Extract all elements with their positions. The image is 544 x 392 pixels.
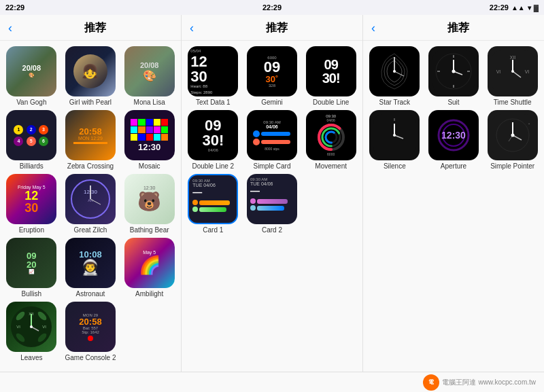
card-1-content: 09:30 AM TUE 04/06 — xyxy=(189,175,237,223)
zebra-bar xyxy=(73,142,107,144)
card-2-time-big: — xyxy=(250,186,294,196)
mosaic-time: 12:30 xyxy=(138,142,160,152)
astronaut-emoji: 👨‍🚀 xyxy=(81,259,99,277)
svg-text:XII: XII xyxy=(509,55,515,60)
mona-lisa-label: Mona Lisa xyxy=(134,99,165,106)
watch-item-girl-pearl[interactable]: 👧 Girl with Pearl xyxy=(63,46,118,106)
billiards-balls: 1 2 3 4 5 6 xyxy=(14,125,49,146)
watch-thumb-aperture: 12:30 xyxy=(428,110,479,160)
time-center: 22:29 xyxy=(262,3,282,12)
van-gogh-label: Van Gogh xyxy=(16,99,46,106)
watch-item-aperture[interactable]: 12:30 Aperture xyxy=(426,110,481,170)
simple-pointer-svg: • xyxy=(492,114,534,156)
watch-item-great-zilch[interactable]: 12:30 Art Great Zilch xyxy=(63,174,118,234)
aperture-label: Aperture xyxy=(441,162,466,170)
watch-item-mona-lisa[interactable]: 20/08 🎨 Mona Lisa xyxy=(122,46,177,106)
watch-thumb-game-console-2: MON 29 20:58 Bat: 557 Stp: 1642 xyxy=(65,302,116,352)
double-line-label: Double Line xyxy=(313,99,349,106)
double-line-time1: 09 xyxy=(324,58,338,71)
girl-pearl-emoji: 👧 xyxy=(82,63,99,79)
wf-content-star-track xyxy=(369,46,420,96)
svg-text:•: • xyxy=(528,122,530,126)
panel-3-grid: Star Track xyxy=(367,46,540,170)
watch-item-simple-card[interactable]: 09:30 AM 04/06 xyxy=(245,110,300,170)
watch-thumb-card-2: 09:30 AM TUE 04/06 — xyxy=(247,174,297,224)
time-left: 22:29 xyxy=(5,3,24,12)
back-arrow-1[interactable]: ‹ xyxy=(8,21,12,35)
watch-item-bathing-bear[interactable]: 12:30 🐻 Bathing Bear xyxy=(122,174,177,234)
back-arrow-3[interactable]: ‹ xyxy=(371,21,375,35)
watch-item-simple-pointer[interactable]: • Simple Pointer xyxy=(485,110,540,170)
watch-item-silence[interactable]: Silence xyxy=(367,110,422,170)
star-track-svg xyxy=(373,50,415,92)
text-data-1-content: 05/04 12 30 Heart: 88 Steps: 2890 Calo: … xyxy=(188,46,238,96)
watch-item-star-track[interactable]: Star Track xyxy=(367,46,422,106)
panel-1-scroll[interactable]: 20/08 🎨 Van Gogh 👧 xyxy=(0,41,181,372)
great-zilch-svg: 12:30 Art xyxy=(70,179,111,219)
wf-content-leaves: XII VI VI xyxy=(6,302,56,352)
watch-item-movement[interactable]: 09:30 04/06 6000 xyxy=(303,110,358,170)
watch-item-bullish[interactable]: 09 20 📈 Bullish xyxy=(4,238,59,298)
silence-label: Silence xyxy=(384,162,406,170)
wf-content-gemini: 6000 09 30˚ 328 xyxy=(247,46,297,96)
watch-thumb-suit xyxy=(428,46,479,96)
game-console-2-label: Game Console 2 xyxy=(65,354,116,361)
double-line-2-date: 04/06 xyxy=(208,148,218,152)
svg-text:VI: VI xyxy=(496,69,500,74)
watch-item-suit[interactable]: Suit xyxy=(426,46,481,106)
zebra-time: 20:58 xyxy=(79,127,101,136)
watch-item-leaves[interactable]: XII VI VI Leaves xyxy=(4,302,59,361)
panel-2-scroll[interactable]: 05/04 12 30 Heart: 88 Steps: 2890 Calo: … xyxy=(182,41,362,372)
movement-val: 6000 xyxy=(327,152,335,156)
simple-pointer-label: Simple Pointer xyxy=(490,162,534,170)
wf-content-bathing-bear: 12:30 🐻 xyxy=(124,174,175,224)
silence-svg xyxy=(373,114,415,156)
battery-icon: ▓ xyxy=(534,4,539,12)
wf-content-simple-pointer: • xyxy=(488,110,538,160)
watch-item-text-data-1[interactable]: 05/04 12 30 Heart: 88 Steps: 2890 Calo: … xyxy=(186,46,241,106)
wf-content-silence xyxy=(369,110,420,160)
wf-content-game-console-2: MON 29 20:58 Bat: 557 Stp: 1642 xyxy=(65,302,116,352)
watch-item-time-shuttle[interactable]: XII VI VI Time Shuttle xyxy=(485,46,540,106)
wf-content-aperture: 12:30 xyxy=(428,110,479,160)
watermark-url: www.kocpc.com.tw xyxy=(479,378,536,386)
gemini-time1: 09 xyxy=(264,60,280,75)
simple-card-label: Simple Card xyxy=(253,162,290,170)
watch-item-game-console-2[interactable]: MON 29 20:58 Bat: 557 Stp: 1642 Game Con… xyxy=(63,302,118,361)
watch-thumb-simple-card: 09:30 AM 04/06 xyxy=(247,110,297,160)
watch-item-card-2[interactable]: 09:30 AM TUE 04/06 — xyxy=(245,174,300,234)
panel-3-scroll[interactable]: Star Track xyxy=(363,41,544,372)
watch-thumb-bathing-bear: 12:30 🐻 xyxy=(124,174,175,224)
watch-thumb-ambilight: May 5 🌈 xyxy=(124,238,175,288)
bullish-date: 📈 xyxy=(29,269,35,274)
watch-thumb-eruption: Friday May 5 12 30 xyxy=(6,174,56,224)
back-arrow-2[interactable]: ‹ xyxy=(190,21,194,35)
panel-2-grid: 05/04 12 30 Heart: 88 Steps: 2890 Calo: … xyxy=(186,46,358,234)
watch-item-double-line-2[interactable]: 09 30! 04/06 Double Line 2 xyxy=(186,110,241,170)
wf-content-suit xyxy=(428,46,479,96)
simple-card-steps: 8000 stps xyxy=(265,147,279,151)
watch-item-astronaut[interactable]: 10:08 👨‍🚀 Astronaut xyxy=(63,238,118,298)
watch-item-card-1[interactable]: 09:30 AM TUE 04/06 — xyxy=(186,174,241,234)
watch-item-gemini[interactable]: 6000 09 30˚ 328 Gemini xyxy=(245,46,300,106)
status-right: 22:29 ▲▲ ▾ ▓ xyxy=(362,3,539,12)
wf-content-time-shuttle: XII VI VI xyxy=(488,46,538,96)
watch-item-van-gogh[interactable]: 20/08 🎨 Van Gogh xyxy=(4,46,59,106)
mosaic-label: Mosaic xyxy=(139,162,160,170)
watch-thumb-card-1: 09:30 AM TUE 04/06 — xyxy=(188,174,238,224)
watch-item-mosaic[interactable]: 12:30 Mosaic xyxy=(122,110,177,170)
watch-item-ambilight[interactable]: May 5 🌈 Ambilight xyxy=(122,238,177,298)
gemini-steps: 328 xyxy=(269,84,275,88)
watch-item-zebra[interactable]: 20:58 MON 12:29 Zebra Crossing xyxy=(63,110,118,170)
watch-item-double-line[interactable]: 09 30! Double Line xyxy=(303,46,358,106)
svg-point-41 xyxy=(511,70,514,73)
watch-thumb-star-track xyxy=(369,46,420,96)
watch-thumb-girl-pearl: 👧 xyxy=(65,46,116,96)
watch-thumb-astronaut: 10:08 👨‍🚀 xyxy=(65,238,116,288)
time-shuttle-svg: XII VI VI xyxy=(492,50,534,92)
watch-item-billiards[interactable]: 1 2 3 4 5 6 Billiards xyxy=(4,110,59,170)
time-right: 22:29 xyxy=(490,3,509,12)
main-content: ‹ 推荐 20/08 🎨 Van Gogh xyxy=(0,15,544,372)
leaves-clock-svg: XII VI VI xyxy=(10,306,52,348)
watch-item-eruption[interactable]: Friday May 5 12 30 Eruption xyxy=(4,174,59,234)
